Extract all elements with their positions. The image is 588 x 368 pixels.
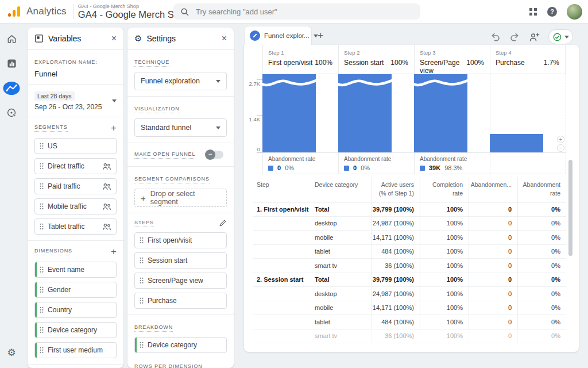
- drag-handle-icon[interactable]: [140, 342, 144, 348]
- drag-handle-icon[interactable]: [40, 286, 44, 293]
- funnel-step-chip[interactable]: Screen/Page view: [134, 273, 227, 289]
- funnel-step-chip[interactable]: First open/visit: [134, 232, 227, 248]
- table-cell-value: 24,987 (100%): [371, 287, 420, 301]
- segment-chip[interactable]: Paid traffic: [34, 178, 117, 194]
- dimension-chip[interactable]: Gender: [34, 282, 117, 298]
- chevron-down-icon: [216, 126, 220, 129]
- table-cell-value: 100%: [420, 245, 469, 259]
- variables-icon: [34, 34, 44, 43]
- table-header-cell: Abandonmen...: [469, 177, 517, 202]
- segment-chip[interactable]: Tablet traffic: [34, 218, 117, 235]
- help-icon[interactable]: ?: [547, 7, 557, 17]
- exploration-name-value[interactable]: Funnel: [34, 70, 117, 78]
- home-icon[interactable]: [3, 31, 20, 46]
- new-tab-button[interactable]: +: [318, 30, 324, 42]
- apps-grid-icon[interactable]: [529, 7, 537, 16]
- funnel-step-chip[interactable]: Session start: [134, 252, 227, 269]
- table-cell-device: desktop: [310, 287, 371, 301]
- step-number-label: Step 2: [344, 49, 408, 56]
- table-header-cell: Abandonmentrate: [517, 177, 566, 202]
- drag-handle-icon[interactable]: [40, 266, 44, 273]
- segment-chip[interactable]: Mobile traffic: [34, 198, 117, 214]
- drag-handle-icon[interactable]: [40, 203, 44, 210]
- table-cell-device: mobile: [310, 301, 371, 316]
- abandonment-label: Abandonment rate: [268, 156, 338, 162]
- saved-status-button[interactable]: [548, 29, 573, 44]
- dimension-chip[interactable]: Country: [34, 302, 117, 318]
- chevron-down-icon: [112, 99, 117, 102]
- dimension-chip[interactable]: Event name: [34, 262, 117, 278]
- chevron-down-icon: [564, 36, 569, 39]
- segment-drop-area[interactable]: + Drop or select segment: [134, 189, 227, 207]
- variables-panel: Variables × EXPLORATION NAME: Funnel Las…: [28, 28, 123, 368]
- segment-chip[interactable]: US: [34, 138, 117, 154]
- redo-icon[interactable]: [509, 32, 520, 42]
- drag-handle-icon[interactable]: [40, 306, 44, 313]
- undo-icon[interactable]: [490, 32, 501, 42]
- date-range-picker[interactable]: Last 28 days Sep 26 - Oct 23, 2025: [28, 85, 123, 117]
- edit-steps-pencil-icon[interactable]: [219, 219, 227, 227]
- funnel-bar[interactable]: [490, 134, 543, 152]
- add-segment-icon[interactable]: +: [111, 123, 117, 133]
- table-cell-value: 100%: [420, 273, 469, 288]
- funnel-step-chip[interactable]: Purchase: [134, 293, 227, 309]
- funnel-bar[interactable]: [414, 74, 467, 152]
- drag-handle-icon[interactable]: [40, 183, 44, 190]
- table-cell-value: 14,171 (100%): [371, 301, 420, 316]
- breakdown-label: BREAKDOWN: [134, 324, 173, 332]
- drag-handle-icon[interactable]: [40, 347, 44, 354]
- segment-chip[interactable]: Direct traffic: [34, 158, 117, 174]
- funnel-exploration-canvas: Step 1First open/visit100%Abandonment ra…: [244, 45, 579, 352]
- make-open-funnel-toggle[interactable]: −: [206, 151, 223, 159]
- explore-icon-selected[interactable]: [3, 80, 20, 95]
- tab-menu-caret-icon[interactable]: [314, 34, 318, 37]
- tab-funnel-exploration[interactable]: Funnel explor...: [244, 26, 312, 45]
- share-user-add-icon[interactable]: [528, 32, 540, 42]
- funnel-bar[interactable]: [262, 74, 316, 152]
- step-name-row: Purchase1.7%: [496, 59, 559, 67]
- segment-chip-label: US: [48, 142, 57, 150]
- zoom-out-button[interactable]: −: [557, 144, 564, 152]
- add-dimension-icon[interactable]: +: [111, 247, 117, 256]
- funnel-step-chip-label: Screen/Page view: [148, 277, 203, 285]
- funnel-bar[interactable]: [338, 74, 392, 152]
- variables-title: Variables: [48, 34, 81, 43]
- breakdown-chip[interactable]: Device category: [134, 337, 227, 353]
- table-cell-device: tablet: [310, 315, 371, 329]
- avatar[interactable]: [567, 4, 582, 20]
- table-cell-step: 2. Session start: [253, 273, 310, 288]
- table-cell-device: Total: [310, 273, 371, 288]
- drag-handle-icon[interactable]: [40, 163, 44, 170]
- dimension-chip[interactable]: First user medium: [34, 342, 117, 358]
- dimension-chip[interactable]: Device category: [34, 322, 117, 338]
- search-input[interactable]: [195, 7, 398, 17]
- vertical-scrollbar[interactable]: [568, 160, 572, 256]
- people-icon: [102, 163, 111, 170]
- advertising-icon[interactable]: [3, 105, 20, 120]
- step-name: Purchase: [496, 59, 525, 67]
- funnel-step-chip-label: Purchase: [148, 297, 177, 305]
- table-cell-step: [253, 287, 310, 301]
- table-cell-value: 36 (100%): [371, 329, 420, 344]
- zoom-in-button[interactable]: +: [557, 136, 564, 143]
- close-variables-icon[interactable]: ×: [111, 34, 117, 43]
- drag-handle-icon[interactable]: [40, 327, 44, 334]
- reports-icon[interactable]: [3, 56, 20, 71]
- admin-gear-icon[interactable]: ⚙: [0, 347, 23, 359]
- search-icon: [180, 7, 189, 16]
- technique-select[interactable]: Funnel exploration: [134, 72, 227, 90]
- table-cell-value: 0: [469, 329, 517, 344]
- drag-handle-icon[interactable]: [140, 257, 144, 264]
- drag-handle-icon[interactable]: [140, 237, 144, 244]
- step-name-row: Session start100%: [344, 59, 408, 67]
- drag-handle-icon[interactable]: [40, 223, 44, 230]
- header-divider: [262, 74, 566, 74]
- search-bar[interactable]: [173, 3, 420, 20]
- dimension-chip-label: Event name: [48, 266, 84, 274]
- table-cell-device: tablet: [310, 245, 371, 259]
- drag-handle-icon[interactable]: [140, 297, 144, 304]
- visualization-select[interactable]: Standard funnel: [134, 118, 227, 137]
- drag-handle-icon[interactable]: [140, 277, 144, 284]
- drag-handle-icon[interactable]: [40, 143, 44, 150]
- close-settings-icon[interactable]: ×: [222, 34, 227, 43]
